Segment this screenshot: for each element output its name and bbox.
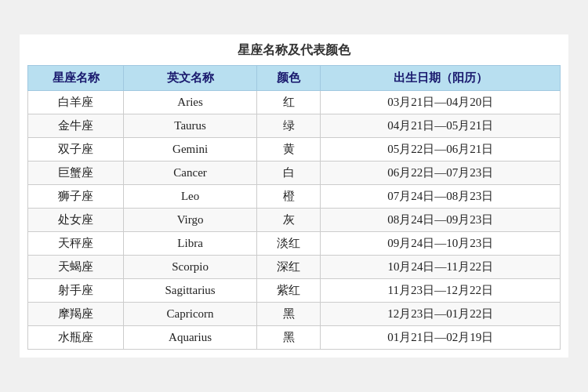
cell-en-name: Aquarius [124, 326, 257, 350]
cell-en-name: Taurus [124, 114, 257, 138]
cell-en-name: Sagittarius [124, 279, 257, 303]
table-row: 巨蟹座Cancer白06月22日—07月23日 [28, 162, 561, 185]
table-row: 金牛座Taurus绿04月21日—05月21日 [28, 114, 561, 138]
header-date: 出生日期（阳历） [321, 66, 561, 91]
cell-en-name: Leo [124, 185, 257, 209]
main-container: 星座名称及代表颜色 星座名称 英文名称 颜色 出生日期（阳历） 白羊座Aries… [20, 34, 568, 358]
cell-date: 07月24日—08月23日 [321, 185, 561, 209]
zodiac-table: 星座名称 英文名称 颜色 出生日期（阳历） 白羊座Aries红03月21日—04… [27, 65, 561, 350]
table-row: 射手座Sagittarius紫红11月23日—12月22日 [28, 279, 561, 303]
cell-color: 深红 [256, 256, 320, 279]
cell-date: 04月21日—05月21日 [321, 114, 561, 138]
cell-date: 01月21日—02月19日 [321, 326, 561, 350]
cell-date: 10月24日—11月22日 [321, 256, 561, 279]
table-row: 天蝎座Scorpio深红10月24日—11月22日 [28, 256, 561, 279]
cell-color: 淡红 [256, 232, 320, 256]
table-row: 摩羯座Capricorn黑12月23日—01月22日 [28, 303, 561, 326]
cell-color: 紫红 [256, 279, 320, 303]
cell-color: 黄 [256, 138, 320, 162]
cell-en-name: Gemini [124, 138, 257, 162]
cell-color: 绿 [256, 114, 320, 138]
cell-date: 03月21日—04月20日 [321, 91, 561, 114]
cell-zh-name: 处女座 [28, 209, 124, 232]
header-color: 颜色 [256, 66, 320, 91]
cell-en-name: Libra [124, 232, 257, 256]
cell-zh-name: 天秤座 [28, 232, 124, 256]
cell-color: 灰 [256, 209, 320, 232]
cell-date: 08月24日—09月23日 [321, 209, 561, 232]
cell-color: 白 [256, 162, 320, 185]
table-row: 水瓶座Aquarius黑01月21日—02月19日 [28, 326, 561, 350]
cell-zh-name: 巨蟹座 [28, 162, 124, 185]
cell-zh-name: 水瓶座 [28, 326, 124, 350]
table-row: 狮子座Leo橙07月24日—08月23日 [28, 185, 561, 209]
table-row: 白羊座Aries红03月21日—04月20日 [28, 91, 561, 114]
cell-en-name: Aries [124, 91, 257, 114]
table-row: 双子座Gemini黄05月22日—06月21日 [28, 138, 561, 162]
cell-date: 11月23日—12月22日 [321, 279, 561, 303]
table-body: 白羊座Aries红03月21日—04月20日金牛座Taurus绿04月21日—0… [28, 91, 561, 350]
cell-date: 09月24日—10月23日 [321, 232, 561, 256]
table-row: 天秤座Libra淡红09月24日—10月23日 [28, 232, 561, 256]
cell-zh-name: 金牛座 [28, 114, 124, 138]
cell-en-name: Cancer [124, 162, 257, 185]
cell-zh-name: 天蝎座 [28, 256, 124, 279]
header-zh-name: 星座名称 [28, 66, 124, 91]
cell-zh-name: 摩羯座 [28, 303, 124, 326]
table-header-row: 星座名称 英文名称 颜色 出生日期（阳历） [28, 66, 561, 91]
cell-color: 黑 [256, 326, 320, 350]
cell-zh-name: 狮子座 [28, 185, 124, 209]
header-en-name: 英文名称 [124, 66, 257, 91]
page-title: 星座名称及代表颜色 [27, 42, 561, 59]
cell-zh-name: 白羊座 [28, 91, 124, 114]
cell-date: 05月22日—06月21日 [321, 138, 561, 162]
cell-en-name: Capricorn [124, 303, 257, 326]
cell-en-name: Scorpio [124, 256, 257, 279]
cell-zh-name: 双子座 [28, 138, 124, 162]
cell-date: 06月22日—07月23日 [321, 162, 561, 185]
cell-date: 12月23日—01月22日 [321, 303, 561, 326]
cell-color: 橙 [256, 185, 320, 209]
cell-color: 红 [256, 91, 320, 114]
table-row: 处女座Virgo灰08月24日—09月23日 [28, 209, 561, 232]
cell-zh-name: 射手座 [28, 279, 124, 303]
cell-color: 黑 [256, 303, 320, 326]
cell-en-name: Virgo [124, 209, 257, 232]
